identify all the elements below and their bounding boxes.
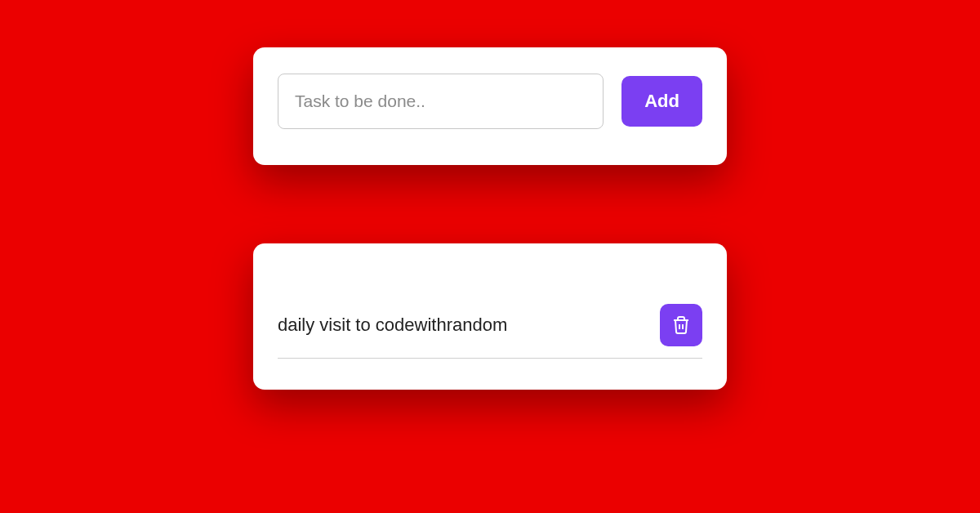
delete-button[interactable] (660, 304, 702, 346)
add-button[interactable]: Add (621, 76, 702, 127)
task-row: daily visit to codewithrandom (278, 304, 702, 359)
task-input-card: Add (253, 47, 727, 165)
task-input[interactable] (278, 74, 604, 129)
trash-icon (671, 315, 691, 335)
tasks-list-card: daily visit to codewithrandom (253, 243, 727, 390)
task-text: daily visit to codewithrandom (278, 314, 507, 336)
